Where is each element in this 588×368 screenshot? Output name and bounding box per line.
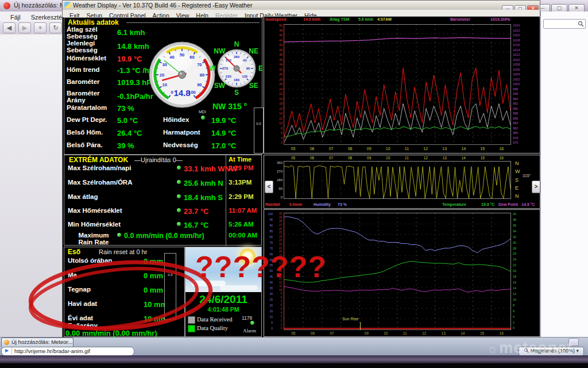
status-dot [177, 208, 181, 212]
sunrise-annotation: Sun Rise [342, 317, 358, 321]
svg-text:SE: SE [249, 82, 258, 90]
svg-text:30: 30 [163, 62, 167, 67]
browser-app-icon [3, 2, 10, 9]
search-icon[interactable] [578, 21, 584, 27]
graph1-header-item: 1019.3hPa [490, 17, 510, 21]
svg-text:50: 50 [180, 52, 184, 57]
current-value: 17.0 °C [211, 141, 237, 150]
alarm-indicator [250, 321, 254, 325]
status-dot [177, 166, 181, 170]
app-title-bar[interactable]: Weather Display - Ver 10.37Q Build 46 - … [63, 1, 540, 10]
graph2-x-axis: 050607080910111213141516 [284, 156, 511, 160]
screen: Új hozzászólás: Meteorológ —▢✕ FájlSzerk… [0, 0, 588, 368]
wind-direction-text: NW 315 ° [212, 102, 247, 111]
current-label: Barométer Arány [67, 90, 116, 103]
key-icon[interactable]: ⚬ [34, 22, 47, 33]
sunrise-marker-line [360, 322, 361, 330]
rain-label: Havi adat [68, 300, 131, 307]
svg-text:14.8: 14.8 [173, 88, 190, 98]
graph3-temp-axis: 4038363432302826242220181614121086420 [513, 213, 524, 330]
graph2-compass-letters: NWSEN [515, 161, 521, 199]
graph2-footer-item: Temperature [442, 202, 466, 206]
extreme-time: 2:29 PM [229, 164, 253, 171]
wind-barometer-graph-panel: Gustspeed14.0 kmhÁtlag TSM5.6 kmh4:07AMB… [264, 16, 540, 154]
rain-header: Eső [68, 248, 80, 256]
data-quality-swatch [188, 325, 195, 332]
current-value: 6.1 kmh [117, 28, 145, 37]
extreme-label: Min Hőmérséklet [68, 221, 171, 228]
wind-barometer-plot [284, 24, 511, 145]
tab-favicon [4, 340, 9, 345]
graph1-header-item: 4:07AM [377, 17, 392, 21]
graph3-rain-axis: 3029282726252423222120191817161514131211… [274, 213, 282, 330]
rain-reset-label: Rain reset at 0 hr [99, 248, 147, 255]
temp-humidity-graph-panel: 1009590858075706560555045403530252015105… [264, 209, 540, 337]
current-label: Belső Pára. [67, 141, 116, 148]
svg-text:NE: NE [249, 47, 258, 55]
data-received-count: 1178 [242, 315, 252, 321]
current-label: Nedvesség [163, 141, 209, 148]
address-url[interactable]: http://vrijeme.hr/bradar-anim.gif [14, 347, 90, 355]
current-value: 5.0 °C [117, 116, 138, 125]
header-rule [126, 22, 260, 23]
svg-text:0: 0 [171, 90, 173, 95]
series-temperature_c [284, 261, 510, 282]
current-label: Belső Hőm. [67, 129, 116, 136]
svg-text:60: 60 [189, 55, 194, 60]
date-display: 24/6/2011 [185, 293, 261, 306]
graph2-footer-item: Humidity [314, 202, 331, 206]
current-value: 39 % [117, 141, 134, 150]
svg-text:90: 90 [246, 67, 250, 70]
graph2-footer-item: 73 % [338, 202, 347, 206]
alarm-label: Alarm [243, 328, 256, 334]
extreme-time: 00:00 AM [229, 232, 257, 239]
svg-text:225: 225 [226, 75, 232, 78]
svg-text:180: 180 [234, 78, 240, 82]
extreme-label: Max átlag [68, 193, 171, 200]
address-go-icon[interactable]: ▶ [2, 347, 12, 354]
svg-text:10: 10 [163, 82, 167, 87]
graph-scroll-right-button[interactable]: > [532, 181, 540, 193]
browser-menu-fájl[interactable]: Fájl [10, 14, 21, 21]
graph1-header-item: Barometer [450, 17, 470, 21]
current-label: Páratartalom [67, 104, 116, 111]
sky-clock-panel: 24/6/20114:01:48 PMData Received1178Data… [185, 247, 262, 337]
series-average_kmh [284, 126, 510, 137]
data-received-label: Data Received [197, 316, 233, 323]
minigauge-label: 0,0 [254, 122, 263, 125]
back-icon[interactable]: ◀ [3, 22, 16, 33]
rain-value: 0 mm [144, 286, 163, 294]
graph2-footer-item: 14.9 °C [521, 202, 535, 206]
wind-speed-gauge: 0102030405060708090100 14.8 [148, 41, 216, 109]
extreme-data-panel: EXTRÉM ADATOK—Ujraindítás 0—At TimeMax S… [64, 155, 262, 246]
graph2-footer-item: 19.9 °C [481, 202, 494, 206]
address-bar[interactable]: http://vrijeme.hr/bradar-anim.gif [1, 347, 134, 356]
browser-bottom-tab[interactable]: Új hozzászólás: Meteor... [1, 338, 74, 347]
desktop-wallpaper [0, 355, 588, 363]
svg-text:135: 135 [242, 75, 248, 78]
reload-icon[interactable]: ↻ [49, 22, 62, 33]
forward-icon[interactable]: ▶ [18, 22, 31, 33]
clock-panel: 24/6/20114:01:48 PMData Received1178Data… [185, 292, 261, 336]
status-dot [177, 194, 181, 198]
rain-value: 0 mm [144, 257, 163, 266]
rain-rate-minigauge: 0,0 [254, 108, 264, 154]
extreme-label: Max Szélroham/ÓRA [68, 179, 171, 186]
graph1-header-item: Gustspeed [265, 17, 286, 21]
taskbar [0, 363, 588, 368]
browser-menu-szerkesztés[interactable]: Szerkesztés [31, 14, 65, 21]
current-label: Jelenlegi Sebesség [67, 40, 116, 53]
graph-scroll-left-button[interactable]: < [265, 181, 273, 193]
current-value: 19.9 °C [211, 116, 237, 125]
wind-direction-graph-panel: 050607080910111213141516360270180900NWSE… [264, 155, 540, 209]
browser-page-left [0, 34, 62, 337]
svg-text:SW: SW [214, 82, 226, 90]
svg-text:S: S [234, 89, 239, 96]
browser-search-input[interactable] [543, 19, 586, 29]
svg-text:80: 80 [200, 72, 204, 78]
mdi-indicator [201, 116, 205, 120]
rain-value: 0 mm [144, 271, 163, 280]
chevron-down-icon: ▾ [577, 348, 579, 354]
graph1-header-item: 5.6 kmh [358, 17, 373, 21]
rain-label: Utolsó órában [68, 257, 131, 264]
